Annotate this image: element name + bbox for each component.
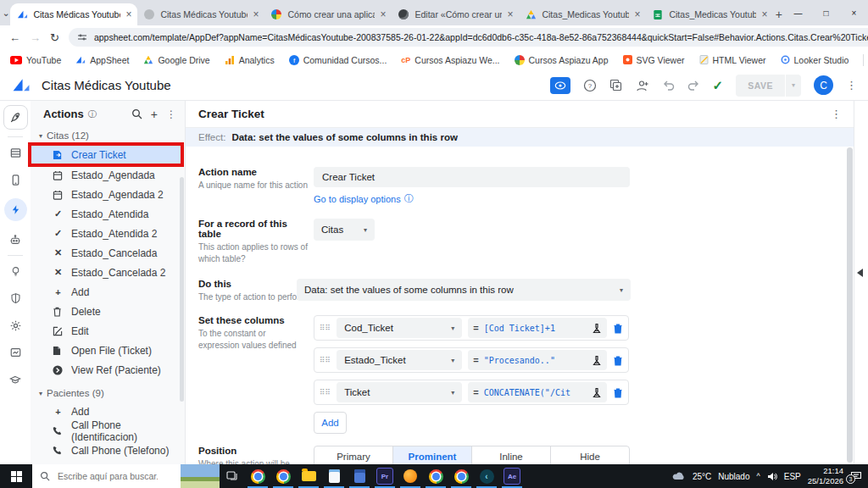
undo-icon[interactable] — [662, 80, 675, 91]
do-this-select[interactable]: Data: set the values of some columns in … — [297, 279, 631, 301]
bookmark-google-drive[interactable]: Google Drive — [143, 55, 209, 65]
data-icon[interactable] — [7, 144, 24, 161]
taskbar-search-input[interactable] — [56, 470, 159, 482]
add-column-button[interactable]: Add — [314, 412, 347, 434]
address-bar[interactable]: appsheet.com/template/AppDef?appName=Cit… — [69, 28, 868, 47]
taskbar-search[interactable] — [32, 464, 220, 488]
tab-appsheet-editor[interactable]: Citas Médicas Youtube - App × — [10, 3, 137, 25]
bookmark-svg-viewer[interactable]: SVG Viewer — [623, 55, 685, 65]
tray-condition[interactable]: Nublado — [718, 472, 749, 481]
user-avatar[interactable]: C — [814, 75, 833, 95]
tab-close-icon[interactable]: × — [507, 8, 513, 20]
start-button[interactable] — [0, 464, 32, 488]
copy-app-icon[interactable] — [609, 79, 622, 92]
bookmark-youtube[interactable]: YouTube — [10, 55, 61, 65]
maximize-button[interactable]: □ — [812, 0, 840, 25]
notification-center-icon[interactable]: 3 — [850, 471, 862, 481]
display-options-link[interactable]: Go to display optionsⓘ — [314, 192, 414, 205]
save-button[interactable]: SAVE — [736, 75, 785, 97]
group-pacientes[interactable]: ▾ Pacientes (9) — [31, 385, 185, 402]
sidebar-item-view-ref[interactable]: View Ref (Paciente) — [31, 360, 185, 380]
file-explorer-icon[interactable] — [296, 464, 321, 488]
fl-studio-icon[interactable] — [398, 464, 423, 488]
action-menu-icon[interactable]: ⋮ — [831, 108, 842, 120]
tab-video[interactable]: Cómo crear una aplicación d × — [264, 3, 392, 25]
bookmark-aspiazu-app[interactable]: Cursos Aspiazu App — [515, 55, 609, 65]
sidebar-item-call-phone-telefono[interactable]: Call Phone (Telefono) — [31, 441, 185, 460]
expression-box[interactable]: = CONCATENATE("/Cit — [468, 382, 607, 402]
chrome-icon[interactable] — [270, 464, 296, 488]
drag-handle-icon[interactable]: ⠿⠿ — [320, 324, 331, 331]
learn-icon[interactable] — [7, 371, 24, 388]
security-icon[interactable] — [7, 290, 24, 307]
chrome-icon[interactable] — [448, 464, 474, 488]
bookmark-cpanel[interactable]: cPCursos Aspiazu We... — [401, 55, 499, 65]
panel-menu-icon[interactable]: ⋮ — [166, 108, 176, 120]
position-option-primary[interactable]: Primary — [314, 446, 392, 464]
tab-google-drive[interactable]: Citas_Medicas Youtube - Go × — [519, 3, 646, 25]
bookmark-analytics[interactable]: Analytics — [225, 55, 275, 65]
app-menu-icon[interactable]: ⋮ — [846, 79, 857, 92]
intelligence-icon[interactable] — [7, 263, 24, 280]
sidebar-item-estado-agendada[interactable]: Estado_Agendada — [31, 165, 185, 185]
tray-temperature[interactable]: 25°C — [693, 472, 711, 481]
minimize-button[interactable]: — — [784, 0, 812, 25]
column-select[interactable]: Cod_Ticket▾ — [337, 318, 462, 338]
after-effects-icon[interactable]: Ae — [499, 464, 525, 488]
sidebar-item-open-file[interactable]: Open File (Ticket) — [31, 341, 185, 360]
bookmark-looker-studio[interactable]: Looker Studio — [781, 55, 849, 65]
premiere-icon[interactable]: Pr — [372, 464, 398, 488]
sidebar-item-call-phone-identificacion[interactable]: Call Phone (Identificacion) — [31, 421, 185, 441]
sidebar-item-delete[interactable]: Delete — [31, 302, 185, 321]
actions-icon[interactable] — [4, 198, 27, 221]
task-view-icon[interactable] — [220, 464, 245, 488]
preview-icon[interactable] — [550, 77, 570, 94]
forward-icon[interactable]: → — [30, 31, 41, 44]
group-citas[interactable]: ▾ Citas (12) — [31, 127, 185, 144]
add-action-icon[interactable]: + — [151, 108, 158, 121]
sidebar-item-add[interactable]: + Add — [31, 282, 185, 302]
sidebar-item-estado-atendida[interactable]: ✓ Estado_Atendida — [31, 204, 185, 224]
tab-close-icon[interactable]: × — [253, 8, 259, 20]
tab-search-chevron-icon[interactable]: ⌄ — [2, 0, 10, 25]
automation-icon[interactable] — [7, 231, 24, 248]
sidebar-scrollbar[interactable] — [180, 177, 184, 402]
notepad-icon[interactable] — [321, 464, 347, 488]
sidebar-item-estado-atendida-2[interactable]: ✓ Estado_Atendida 2 — [31, 224, 185, 243]
column-select[interactable]: Estado_Ticket▾ — [337, 350, 462, 370]
close-button[interactable]: × — [840, 0, 868, 25]
manage-icon[interactable] — [7, 344, 24, 361]
tab-close-icon[interactable]: × — [125, 8, 131, 20]
delete-row-icon[interactable] — [613, 387, 623, 398]
volume-icon[interactable] — [767, 472, 777, 481]
help-icon[interactable]: ? — [583, 79, 597, 92]
video-editor-icon[interactable]: ‹ — [474, 464, 499, 488]
delete-row-icon[interactable] — [613, 323, 623, 334]
share-add-user-icon[interactable] — [635, 80, 649, 92]
sidebar-item-estado-cancelada-2[interactable]: ✕ Estado_Cancelada 2 — [31, 263, 185, 282]
launch-icon[interactable] — [3, 105, 28, 130]
new-tab-button[interactable]: + — [773, 3, 784, 25]
back-icon[interactable]: ← — [9, 31, 20, 44]
tray-clock[interactable]: 21:14 25/1/2026 — [808, 466, 843, 487]
drag-handle-icon[interactable]: ⠿⠿ — [320, 357, 331, 363]
chrome-icon[interactable] — [423, 464, 448, 488]
reload-icon[interactable]: ↻ — [50, 31, 59, 44]
sidebar-item-estado-cancelada[interactable]: ✕ Estado_Cancelada — [31, 243, 185, 263]
calculator-icon[interactable] — [347, 464, 372, 488]
position-option-inline[interactable]: Inline — [471, 446, 550, 464]
expression-box[interactable]: = [Cod_Ticket]+1 — [468, 318, 607, 338]
action-name-input[interactable]: Crear Ticket — [314, 167, 630, 187]
position-option-hide[interactable]: Hide — [550, 446, 629, 464]
info-icon[interactable]: ⓘ — [88, 108, 97, 120]
bookmark-html-viewer[interactable]: HTML Viewer — [699, 55, 766, 65]
views-icon[interactable] — [7, 171, 24, 188]
table-select[interactable]: Citas ▾ — [314, 219, 375, 241]
settings-icon[interactable] — [7, 317, 24, 334]
tab-close-icon[interactable]: × — [761, 8, 767, 20]
site-settings-icon[interactable] — [77, 32, 87, 42]
collapse-panel-icon[interactable] — [857, 269, 863, 277]
tab-editor[interactable]: Editar «Cómo crear una apli × — [392, 3, 519, 25]
sidebar-item-estado-agendada-2[interactable]: Estado_Agendada 2 — [31, 185, 185, 204]
column-select[interactable]: Ticket▾ — [337, 382, 462, 402]
